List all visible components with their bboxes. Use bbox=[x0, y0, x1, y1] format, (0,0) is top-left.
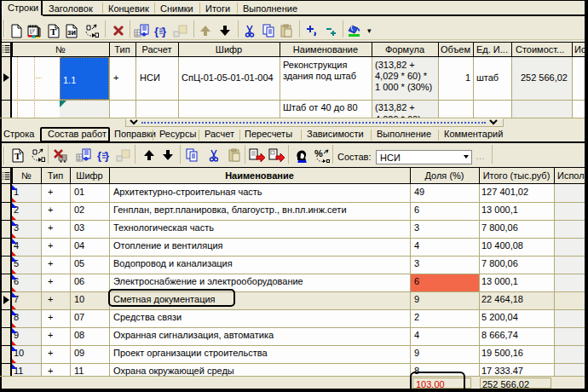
svg-text:Т: Т bbox=[14, 151, 21, 161]
svg-text:{: { bbox=[154, 25, 159, 37]
svg-text:Т: Т bbox=[50, 26, 57, 37]
svg-text:зи: зи bbox=[67, 28, 76, 37]
svg-text:%: % bbox=[314, 149, 323, 159]
svg-text:{: { bbox=[97, 149, 101, 162]
